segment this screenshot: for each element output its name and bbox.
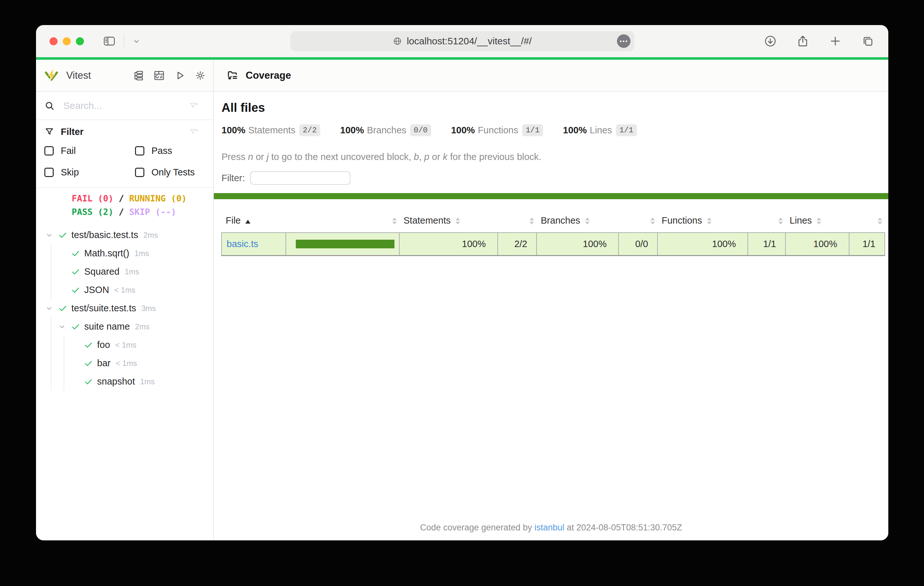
tab-overview-button[interactable]	[861, 34, 875, 48]
window-controls	[50, 37, 84, 45]
tree-guide-line	[51, 354, 51, 372]
tree-expand-toggle[interactable]	[58, 323, 71, 331]
tree-item[interactable]: Math.sqrt()1ms	[36, 244, 213, 262]
dashboard-button[interactable]	[153, 70, 165, 81]
stat-percent: 100%	[340, 125, 364, 136]
zoom-button[interactable]	[76, 37, 84, 45]
keyboard-hint: Press n or j to go to the next uncovered…	[221, 151, 888, 162]
filter-checkbox-skip[interactable]: Skip	[45, 167, 135, 178]
tree-item[interactable]: Squared1ms	[36, 262, 213, 281]
page-title: Coverage	[246, 70, 291, 81]
dashboard-icon	[153, 70, 165, 81]
check-icon	[84, 377, 93, 387]
filter-checkbox-only-tests[interactable]: Only Tests	[135, 167, 199, 178]
sort-icon[interactable]	[707, 217, 711, 225]
sidebar-menu-button[interactable]	[132, 37, 141, 46]
tree-item[interactable]: snapshot1ms	[36, 372, 213, 391]
tree-item[interactable]: JSON< 1ms	[36, 281, 213, 299]
page-settings-button[interactable]	[617, 35, 630, 48]
stat-percent: 100%	[563, 125, 587, 136]
download-icon	[764, 35, 777, 48]
test-label: test/suite.test.ts	[71, 303, 136, 314]
tree-guide-line	[51, 244, 51, 262]
minimize-button[interactable]	[63, 37, 71, 45]
branches-pct-cell: 100%	[536, 233, 619, 255]
sort-icon[interactable]	[455, 217, 460, 225]
sort-icon[interactable]	[585, 217, 590, 225]
sort-icon[interactable]	[878, 217, 882, 225]
tree-item[interactable]: bar< 1ms	[36, 354, 213, 372]
text-segment: b	[414, 151, 419, 162]
coverage-topbar: Coverage	[214, 60, 888, 92]
text-segment: or	[429, 151, 443, 162]
clear-filter-icon[interactable]	[189, 127, 199, 137]
tree-item[interactable]: suite name2ms	[36, 318, 213, 336]
tree-item[interactable]: test/suite.test.ts3ms	[36, 299, 213, 318]
checkbox-label: Only Tests	[152, 167, 195, 178]
search-input[interactable]	[63, 100, 189, 111]
column-header-branches[interactable]: Branches	[536, 209, 619, 233]
theme-toggle-button[interactable]	[195, 70, 206, 81]
tab-overview-icon	[861, 34, 875, 48]
downloads-button[interactable]	[764, 35, 777, 48]
test-label: JSON	[84, 285, 109, 295]
column-header-chart[interactable]	[286, 209, 399, 233]
search-bar	[36, 92, 213, 120]
column-header-statements[interactable]: Statements	[399, 209, 498, 233]
browser-window: localhost:51204/__vitest__/#/	[36, 25, 888, 540]
column-header-lines[interactable]: Lines	[785, 209, 849, 233]
checkbox-icon[interactable]	[45, 168, 54, 177]
coverage-table: File Statements	[221, 209, 885, 256]
test-duration: 2ms	[135, 322, 150, 331]
share-icon	[796, 34, 810, 48]
column-header-file[interactable]: File	[221, 209, 286, 233]
checkbox-icon[interactable]	[135, 168, 144, 177]
tree-expand-toggle[interactable]	[45, 304, 58, 313]
checkbox-icon[interactable]	[45, 146, 54, 155]
checkbox-icon[interactable]	[135, 146, 144, 155]
vitest-logo	[44, 68, 59, 83]
functions-pct-cell: 100%	[657, 233, 748, 255]
clear-search-filter-icon[interactable]	[189, 101, 199, 111]
filter-checkbox-fail[interactable]: Fail	[45, 145, 135, 156]
sort-icon[interactable]	[530, 217, 534, 225]
sort-icon[interactable]	[650, 217, 655, 225]
column-header-branches-abs[interactable]	[619, 209, 657, 233]
sidebar-toggle-icon	[102, 35, 116, 48]
sort-icon[interactable]	[817, 217, 821, 225]
coverage-stat: 100%Lines1/1	[563, 124, 637, 136]
run-all-button[interactable]	[174, 70, 185, 81]
ellipsis-icon	[620, 41, 622, 42]
column-header-statements-abs[interactable]	[498, 209, 536, 233]
file-cell: basic.ts	[221, 233, 286, 255]
stat-label: Functions	[478, 125, 518, 136]
tree-view-button[interactable]	[133, 70, 144, 81]
check-icon	[58, 230, 68, 240]
coverage-filter-input[interactable]	[250, 171, 350, 185]
column-header-functions-abs[interactable]	[748, 209, 785, 233]
istanbul-link[interactable]: istanbul	[535, 523, 564, 532]
new-tab-button[interactable]	[828, 35, 842, 48]
text-segment: /	[114, 193, 129, 203]
close-button[interactable]	[50, 37, 58, 45]
tree-expand-toggle[interactable]	[45, 231, 58, 239]
test-label: test/basic.test.ts	[71, 230, 138, 240]
coverage-panel: Coverage All files 100%Statements2/2100%…	[214, 60, 888, 540]
tree-item[interactable]: test/basic.test.ts2ms	[36, 226, 213, 244]
address-bar[interactable]: localhost:51204/__vitest__/#/	[290, 31, 634, 51]
file-link[interactable]: basic.ts	[227, 239, 258, 249]
tree-item[interactable]: foo< 1ms	[36, 336, 213, 354]
chevron-down-icon	[45, 231, 53, 239]
sort-icon[interactable]	[778, 217, 783, 225]
test-tree: test/basic.test.ts2msMath.sqrt()1msSquar…	[36, 224, 213, 540]
share-button[interactable]	[796, 34, 810, 48]
toolbar-divider	[124, 34, 124, 48]
test-duration: < 1ms	[116, 359, 137, 368]
column-header-functions[interactable]: Functions	[657, 209, 748, 233]
filter-checkbox-pass[interactable]: Pass	[135, 145, 199, 156]
sort-icon[interactable]	[392, 217, 397, 225]
column-header-lines-abs[interactable]	[849, 209, 885, 233]
test-pass-indicator	[71, 267, 84, 277]
text-segment: ,	[419, 151, 424, 162]
sidebar-toggle-button[interactable]	[102, 35, 116, 48]
